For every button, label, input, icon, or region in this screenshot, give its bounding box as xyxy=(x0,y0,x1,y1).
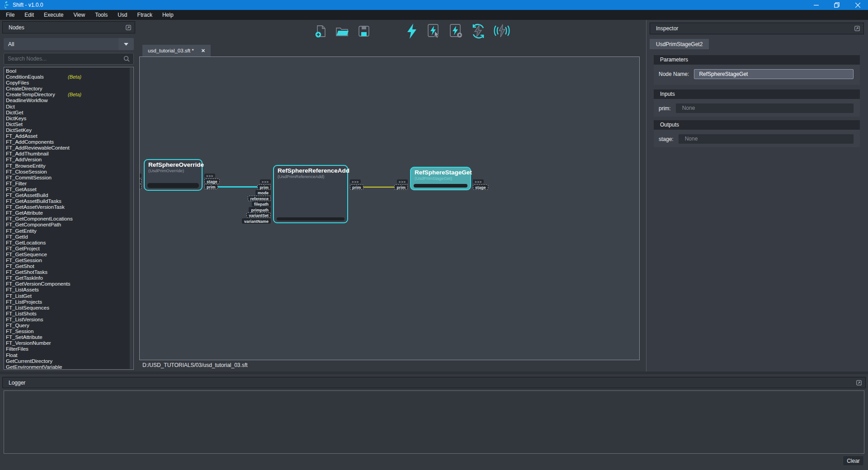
menu-view[interactable]: View xyxy=(68,10,90,20)
new-scene-icon[interactable] xyxy=(313,24,328,39)
input-port-prim[interactable]: prim xyxy=(139,184,142,189)
node-list-item[interactable]: FT_Filter xyxy=(4,181,133,187)
chevron-down-icon[interactable] xyxy=(118,38,134,50)
input-port-marker[interactable]: >>> xyxy=(397,179,408,183)
detach-panel-icon[interactable] xyxy=(856,380,862,385)
node-list-item[interactable]: DictSet xyxy=(4,122,133,127)
inspected-node-tab[interactable]: UsdPrimStageGet2 xyxy=(650,39,709,49)
node-list-item[interactable]: FT_Session xyxy=(4,329,133,334)
node-list-item[interactable]: FT_GetLocations xyxy=(4,240,133,246)
node-list-item[interactable]: FT_ListShots xyxy=(4,311,133,317)
node-list-item[interactable]: Bool xyxy=(4,68,133,74)
input-port-stage[interactable]: stage xyxy=(139,179,142,184)
input-port-prim[interactable]: prim xyxy=(257,184,271,190)
input-port-marker[interactable]: >>> xyxy=(139,174,142,178)
node-list-item[interactable]: FT_GetAsset xyxy=(4,187,133,193)
node-list-item[interactable]: FT_ListGet xyxy=(4,293,133,299)
node-list-item[interactable]: FT_AddReviewableContent xyxy=(4,145,133,151)
node-list-item[interactable]: DeadlineWorkflow xyxy=(4,98,133,103)
output-port-stage[interactable]: stage xyxy=(473,184,488,190)
input-port-primpath[interactable]: primpath xyxy=(249,207,271,212)
node-list-item[interactable]: FT_AddAsset xyxy=(4,133,133,139)
node-list-item[interactable]: DictSetKey xyxy=(4,127,133,133)
node-list-item[interactable]: Float xyxy=(4,352,133,358)
logger-clear-button[interactable]: Clear xyxy=(843,456,864,466)
minimize-icon[interactable] xyxy=(806,0,826,10)
node-list-item[interactable]: FT_GetSequence xyxy=(4,252,133,258)
node-list-item[interactable]: FT_GetShot xyxy=(4,263,133,269)
node-list-item[interactable]: FT_GetAssetBuild xyxy=(4,193,133,198)
node-list-item[interactable]: FT_GetAssetVersionTask xyxy=(4,204,133,210)
node-list-item[interactable]: FT_GetEntity xyxy=(4,228,133,234)
node-list-item[interactable]: FT_BrowseEntity xyxy=(4,163,133,169)
input-port-mode[interactable]: mode xyxy=(255,190,271,195)
node-list-item[interactable]: GetCurrentDirectory xyxy=(4,358,133,364)
menu-ftrack[interactable]: Ftrack xyxy=(132,10,157,20)
node-name-field[interactable] xyxy=(694,69,854,79)
node-list-item[interactable]: GetEnvironmentVariable xyxy=(4,364,133,370)
node-list-item[interactable]: FT_VersionNumber xyxy=(4,340,133,346)
restore-icon[interactable] xyxy=(826,0,847,10)
node-list-item[interactable]: FT_GetVersionComponents xyxy=(4,281,133,287)
auto-execute-icon[interactable] xyxy=(470,23,487,40)
output-port-prim[interactable]: prim xyxy=(204,184,218,189)
output-port-prim[interactable]: prim xyxy=(350,184,363,190)
output-port-marker[interactable]: >>> xyxy=(473,179,484,183)
close-icon[interactable] xyxy=(847,0,868,10)
detach-panel-icon[interactable] xyxy=(854,26,860,31)
input-port-marker[interactable]: >>> xyxy=(260,179,271,183)
execute-icon[interactable] xyxy=(404,23,420,40)
node-list-item[interactable]: FT_GetShotTasks xyxy=(4,269,133,275)
node-connection-wire[interactable] xyxy=(212,186,263,188)
node-list-item[interactable]: ConditionEquals(Beta) xyxy=(4,74,133,80)
input-port-reference[interactable]: reference xyxy=(248,196,271,201)
node-list-item[interactable]: FT_ListProjects xyxy=(4,299,133,305)
node-list-item[interactable]: FT_ListVersions xyxy=(4,317,133,323)
node-list-item[interactable]: FT_GetComponentPath xyxy=(4,222,133,228)
node-list-item[interactable]: FT_GetProject xyxy=(4,246,133,252)
node-list-item[interactable]: FilterFiles xyxy=(4,346,133,352)
node-list-item[interactable]: DictKeys xyxy=(4,116,133,122)
node-list-item[interactable]: FT_ListAssets xyxy=(4,287,133,293)
node-filter-dropdown[interactable]: All xyxy=(4,38,134,50)
node-list-item[interactable]: FT_GetComponentLocations xyxy=(4,216,133,222)
save-scene-icon[interactable] xyxy=(356,24,372,39)
output-port-marker[interactable]: >>> xyxy=(350,179,361,183)
node-list-item[interactable]: FT_GetId xyxy=(4,234,133,240)
node-list-item[interactable]: FT_AddVersion xyxy=(4,157,133,163)
menu-usd[interactable]: Usd xyxy=(113,10,132,20)
node-list-item[interactable]: FT_CloseSession xyxy=(4,169,133,175)
graph-node[interactable]: RefSphereReferenceAdd(UsdPrimReferenceAd… xyxy=(273,165,348,223)
node-list-item[interactable]: FT_ListSequences xyxy=(4,305,133,311)
node-search-input[interactable] xyxy=(4,56,123,62)
menu-execute[interactable]: Execute xyxy=(39,10,68,20)
node-list-item[interactable]: FT_GetAttribute xyxy=(4,210,133,216)
node-list-item[interactable]: FT_GetTaskInfo xyxy=(4,275,133,281)
execute-to-node-icon[interactable] xyxy=(448,23,464,40)
input-port-variantSet[interactable]: variantSet xyxy=(246,212,271,218)
node-list-item[interactable]: DictGet xyxy=(4,110,133,116)
output-port-marker[interactable]: >>> xyxy=(204,174,215,178)
live-mode-icon[interactable] xyxy=(493,23,511,39)
input-port-filepath[interactable]: filepath xyxy=(252,201,271,207)
graph-node[interactable]: RefSphereStageGet(UsdPrimStageGet) xyxy=(410,167,471,190)
node-list-item[interactable]: FT_SetAttribute xyxy=(4,334,133,340)
node-list-item[interactable]: CreateDirectory xyxy=(4,86,133,92)
graph-node[interactable]: RefSphereOverride(UsdPrimOverride) xyxy=(144,159,203,191)
logger-splitter[interactable] xyxy=(0,371,868,374)
output-port-stage[interactable]: stage xyxy=(204,179,220,184)
menu-edit[interactable]: Edit xyxy=(19,10,39,20)
menu-file[interactable]: File xyxy=(1,10,19,20)
tab-close-icon[interactable]: ✕ xyxy=(201,48,205,54)
node-graph-canvas[interactable]: RefSphereOverride(UsdPrimOverride)>>>sta… xyxy=(139,56,640,360)
logger-output-area[interactable] xyxy=(4,390,864,454)
execute-selected-icon[interactable] xyxy=(425,23,442,40)
node-list-item[interactable]: FT_CommitSession xyxy=(4,175,133,181)
input-port-variantName[interactable]: variantName xyxy=(242,218,271,224)
detach-panel-icon[interactable] xyxy=(126,25,131,30)
node-list-item[interactable]: CreateTempDirectory(Beta) xyxy=(4,92,133,98)
input-port-prim[interactable]: prim xyxy=(394,184,408,190)
node-list-item[interactable]: Dict xyxy=(4,104,133,110)
menu-help[interactable]: Help xyxy=(157,10,179,20)
node-list-item[interactable]: FT_GetAssetBuildTasks xyxy=(4,198,133,204)
